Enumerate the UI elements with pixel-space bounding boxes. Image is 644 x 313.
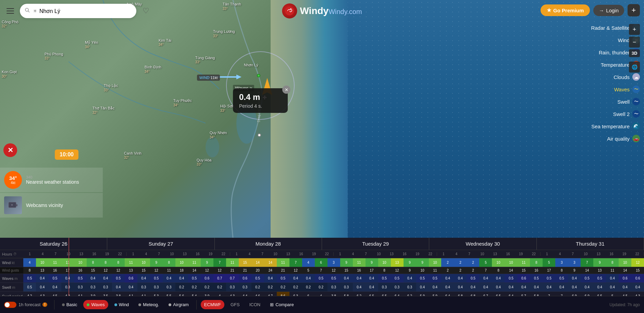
tl-cell: 0.5 (416, 274, 429, 283)
zoom-in-button[interactable]: + (629, 24, 640, 35)
rp-swell[interactable]: Swell 〜 (575, 96, 644, 107)
tl-cell: 0.4 (454, 274, 467, 283)
time-badge: 10:00 (55, 149, 78, 160)
tl-cell: 0.4 (61, 274, 74, 283)
basic-button[interactable]: Basic (59, 300, 81, 309)
rp-sea-temp[interactable]: Sea temperature 🌊 (575, 120, 644, 132)
tl-cell: 14 (505, 267, 517, 274)
hour-cell: 22 (113, 252, 126, 256)
webcams-item[interactable]: Webcams vicinity (0, 193, 103, 218)
tl-cell: 2 (454, 258, 467, 267)
rp-swell2[interactable]: Swell 2 〜 (575, 108, 644, 120)
gfs-button[interactable]: GFS (227, 300, 243, 309)
tl-cell: 0.4 (505, 283, 517, 291)
station-wind: 4kt (11, 181, 15, 185)
globe-button[interactable]: 🌐 (629, 62, 640, 73)
hour-cell: 1 (127, 252, 140, 256)
tl-cell: 10 (619, 258, 631, 267)
tl-cell: 0.3 (378, 283, 391, 291)
hour-cell: 13 (489, 252, 502, 256)
airgram-button[interactable]: Airgram (165, 300, 192, 309)
tl-cell: 12 (99, 267, 112, 274)
tl-cell: 21 (239, 267, 251, 274)
waves-toolbar-button[interactable]: Waves (83, 300, 108, 309)
tl-cell: 9 (404, 267, 416, 274)
tl-cell: 8 (378, 267, 391, 274)
search-icon (25, 8, 30, 14)
hour-cell: 19 (101, 252, 114, 256)
tl-cell: 10 (378, 258, 391, 267)
tl-cell: 0.7 (213, 274, 226, 283)
tl-cell: 0.4 (353, 274, 366, 283)
location-phu-phong: Phú Phong33° (45, 52, 63, 60)
svg-rect-11 (16, 204, 17, 206)
wind-label: Wind (618, 37, 630, 43)
hour-cell: 1 (230, 252, 243, 256)
tl-cell: 24 (264, 267, 277, 274)
location-nhon-ly: Nhơn Lý (244, 63, 258, 67)
icon-button[interactable]: ICON (246, 300, 264, 309)
search-input[interactable] (39, 8, 132, 14)
zoom-controls: + − 3D 🌐 (629, 24, 640, 73)
close-map-btn[interactable]: ✕ (3, 143, 17, 157)
hour-cell: 22 (631, 252, 644, 256)
tl-cell: 8 (99, 258, 112, 267)
tl-cell: 0.5 (327, 274, 340, 283)
hour-cell: 7 (463, 252, 476, 256)
menu-button[interactable] (4, 5, 16, 17)
favorite-button[interactable]: ♡ (143, 6, 149, 15)
tl-cell: 10 (36, 258, 49, 267)
compare-button[interactable]: ⊞ Compare (267, 300, 297, 309)
tl-cell: 0.5 (315, 274, 327, 283)
tl-cell: 0.5 (530, 274, 543, 283)
tl-cell: 0.4 (416, 283, 429, 291)
tl-cell: 0.4 (264, 274, 277, 283)
nhon-ly-dot[interactable] (257, 74, 260, 77)
threed-button[interactable]: 3D (629, 49, 640, 57)
wave-value: 0.4 m (239, 92, 282, 102)
zoom-out-button[interactable]: − (629, 37, 640, 48)
tl-cell: 0.5 (277, 274, 289, 283)
tl-cell: 0.5 (74, 274, 87, 283)
ecmwf-button[interactable]: ECMWF (201, 300, 224, 309)
tl-cell: 4 (302, 258, 315, 267)
waves-toolbar-label: Waves (91, 302, 104, 307)
station-count: 340 (26, 175, 79, 179)
tl-cell: 0.4 (467, 283, 479, 291)
forecast-toggle[interactable]: 1h forecast ! (4, 302, 47, 308)
tl-cell: 0.4 (175, 274, 188, 283)
tl-cell: 0.2 (251, 283, 264, 291)
tl-cell: 14 (264, 258, 277, 267)
hour-cell: 1 (437, 252, 450, 256)
tl-cell: 14 (619, 267, 631, 274)
tl-cell: 2 (454, 267, 467, 274)
tl-cell: 0.5 (188, 274, 201, 283)
svg-point-1 (206, 137, 219, 157)
meteog-button[interactable]: Meteog. (135, 300, 162, 309)
hour-cell: 16 (191, 252, 204, 256)
tl-cell: 0.4 (619, 283, 631, 291)
wave-close-btn[interactable]: ✕ (282, 86, 290, 94)
tl-cell: 11 (429, 267, 442, 274)
wind-toolbar-button[interactable]: Wind (111, 300, 133, 309)
tl-cell: 0.4 (568, 283, 581, 291)
location-quy-hoa: Quy Hòa33° (197, 158, 211, 166)
hour-cell: 13 (178, 252, 191, 256)
tl-cell: 8 (112, 258, 125, 267)
tl-cell: 0.5 (555, 274, 568, 283)
hour-cell: 7 (566, 252, 579, 256)
tl-cell: 0.5 (543, 274, 555, 283)
tl-cell: 0.4 (454, 283, 467, 291)
tl-cell: 0.4 (353, 283, 366, 291)
rp-air-quality[interactable]: Air quality 🚗 (575, 133, 644, 144)
tl-cell: 16 (74, 267, 87, 274)
tl-cell: 0.5 (251, 274, 264, 283)
hour-cell: 22 (424, 252, 437, 256)
weather-stations-item[interactable]: 34° 4kt 340 Nearest weather stations (0, 168, 103, 192)
location-binh-dinh: Bình Định34° (145, 65, 161, 74)
rp-waves[interactable]: Waves 〜 (575, 83, 644, 95)
tl-cell: 0.4 (517, 283, 530, 291)
bottom-toolbar: 1h forecast ! Basic Waves Wind Meteog. A… (0, 296, 644, 313)
forecast-toggle-switch[interactable] (4, 302, 16, 308)
tl-cell: 8 (23, 267, 36, 274)
